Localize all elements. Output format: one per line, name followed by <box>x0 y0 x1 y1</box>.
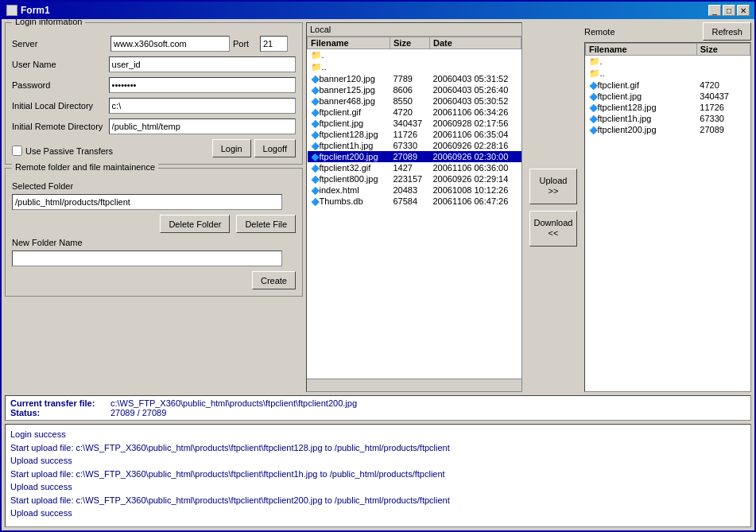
file-size-cell <box>390 61 430 73</box>
selected-folder-input[interactable] <box>12 194 282 210</box>
middle-panel: Local Filename Size Date 📁.� <box>306 22 522 392</box>
file-icon: 🔷 <box>311 76 320 83</box>
table-row[interactable]: 🔷banner468.jpg855020060403 05:30:52 <box>308 95 521 107</box>
minimize-button[interactable]: _ <box>708 5 721 16</box>
table-row[interactable]: 🔷ftpclient200.jpg2708920060926 02:30:00 <box>308 151 521 162</box>
remote-col-size: Size <box>696 44 750 56</box>
table-row[interactable]: 🔷ftpclient32.gif142720061106 06:36:00 <box>308 162 521 173</box>
table-row[interactable]: 🔷ftpclient.gif4720 <box>586 80 750 91</box>
initial-remote-input[interactable] <box>109 118 296 134</box>
login-button[interactable]: Login <box>212 139 251 157</box>
folder-icon: 📁 <box>589 56 600 66</box>
log-line: Upload success <box>10 454 746 468</box>
file-icon: 🔷 <box>311 142 320 150</box>
file-date-cell: 20060403 05:26:40 <box>430 84 521 95</box>
file-icon: 🔷 <box>589 126 598 134</box>
refresh-button[interactable]: Refresh <box>703 22 751 41</box>
table-row[interactable]: 🔷ftpclient200.jpg27089 <box>586 124 750 135</box>
file-icon: 🔷 <box>311 187 320 195</box>
download-button[interactable]: Download << <box>529 211 577 247</box>
table-row[interactable]: 📁.. <box>308 61 521 73</box>
file-size-cell: 223157 <box>390 173 430 184</box>
table-row[interactable]: 🔷index.html2048320061008 10:12:26 <box>308 184 521 196</box>
local-file-tbody: 📁.📁..🔷banner120.jpg778920060403 05:31:52… <box>308 49 521 208</box>
file-size-cell <box>696 56 750 68</box>
file-date-cell: 20060928 02:17:56 <box>430 118 521 129</box>
title-bar: Form1 _ □ ✕ <box>2 2 754 19</box>
window-body: Login information Server Port User Name … <box>2 19 754 530</box>
file-size-cell: 27089 <box>390 151 430 162</box>
file-icon: 🔷 <box>311 87 320 95</box>
file-name-cell: 🔷ftpclient.gif <box>586 80 697 91</box>
initial-remote-label: Initial Remote Directory <box>12 122 106 131</box>
upload-button[interactable]: Upload >> <box>529 169 577 204</box>
folder-icon: 📁 <box>311 62 322 72</box>
file-date-cell: 20061106 06:34:26 <box>430 107 521 118</box>
table-row[interactable]: 📁. <box>586 56 750 68</box>
table-row[interactable]: 🔷ftpclient.jpg34043720060928 02:17:56 <box>308 118 521 129</box>
local-scrollbar-h[interactable] <box>307 379 521 391</box>
folder-icon: 📁 <box>311 50 322 60</box>
remote-file-panel[interactable]: Filename Size 📁.📁..🔷ftpclient.gif4720🔷ft… <box>584 42 751 392</box>
file-size-cell: 67330 <box>390 140 430 151</box>
file-date-cell: 20061106 06:47:26 <box>430 196 521 207</box>
table-row[interactable]: 📁. <box>308 49 521 62</box>
file-name-cell: 🔷ftpclient800.jpg <box>308 173 390 184</box>
username-input[interactable] <box>109 56 296 72</box>
file-icon: 🔷 <box>311 109 320 117</box>
file-name-cell: 🔷index.html <box>308 184 390 196</box>
table-row[interactable]: 📁.. <box>586 68 750 80</box>
remote-header: Remote Refresh <box>584 22 751 41</box>
delete-file-button[interactable]: Delete File <box>236 215 296 233</box>
delete-folder-button[interactable]: Delete Folder <box>160 215 230 233</box>
remote-panel-title: Remote <box>584 27 615 37</box>
file-name-cell: 🔷ftpclient200.jpg <box>308 151 390 162</box>
title-bar-text: Form1 <box>6 5 50 16</box>
file-size-cell: 20483 <box>390 184 430 196</box>
table-row[interactable]: 🔷Thumbs.db6758420061106 06:47:26 <box>308 196 521 207</box>
local-panel-title: Local <box>307 23 521 37</box>
file-name-cell: 🔷ftpclient.jpg <box>308 118 390 129</box>
table-row[interactable]: 🔷ftpclient800.jpg22315720060926 02:29:14 <box>308 173 521 184</box>
file-name-cell: 📁. <box>308 49 390 62</box>
create-button[interactable]: Create <box>252 271 296 289</box>
table-row[interactable]: 🔷ftpclient128.jpg11726 <box>586 102 750 113</box>
remote-folder-title: Remote folder and file maintainence <box>12 162 158 172</box>
remote-folder-group: Remote folder and file maintainence Sele… <box>5 168 303 297</box>
password-label: Password <box>12 80 106 90</box>
maximize-button[interactable]: □ <box>723 5 735 16</box>
new-folder-input-row <box>12 250 296 266</box>
table-row[interactable]: 🔷banner125.jpg860620060403 05:26:40 <box>308 84 521 95</box>
password-input[interactable] <box>109 77 296 93</box>
initial-remote-row: Initial Remote Directory <box>12 118 296 134</box>
table-row[interactable]: 🔷ftpclient1h.jpg67330 <box>586 113 750 124</box>
local-file-table-scroll[interactable]: Filename Size Date 📁.📁..🔷banner120.jpg77… <box>307 37 521 379</box>
passive-checkbox[interactable] <box>12 146 22 156</box>
table-row[interactable]: 🔷ftpclient.gif472020061106 06:34:26 <box>308 107 521 118</box>
file-date-cell: 20060926 02:30:00 <box>430 151 521 162</box>
table-row[interactable]: 🔷ftpclient1h.jpg6733020060926 02:28:16 <box>308 140 521 151</box>
current-file-label: Current transfer file: <box>10 398 106 408</box>
create-button-row: Create <box>12 271 296 289</box>
file-size-cell: 7789 <box>390 73 430 84</box>
table-row[interactable]: 🔷banner120.jpg778920060403 05:31:52 <box>308 73 521 84</box>
local-col-filename: Filename <box>308 37 390 49</box>
new-folder-input[interactable] <box>12 250 282 266</box>
status-value: 27089 / 27089 <box>110 408 166 417</box>
initial-local-input[interactable] <box>109 98 296 114</box>
table-row[interactable]: 🔷ftpclient128.jpg1172620061106 06:35:04 <box>308 129 521 140</box>
status-row: Status: 27089 / 27089 <box>10 408 746 417</box>
table-row[interactable]: 🔷ftpclient.jpg340437 <box>586 91 750 102</box>
server-input[interactable] <box>110 36 230 52</box>
login-group-title: Login information <box>12 19 85 26</box>
folder-buttons: Delete Folder Delete File <box>12 215 296 233</box>
selected-folder-input-row <box>12 194 296 210</box>
status-label: Status: <box>10 408 106 417</box>
log-line: Upload success <box>10 507 746 520</box>
local-table-header: Filename Size Date <box>308 37 521 49</box>
close-button[interactable]: ✕ <box>737 5 750 16</box>
passive-checkbox-row: Use Passive Transfers <box>12 146 113 156</box>
logoff-button[interactable]: Logoff <box>254 139 296 157</box>
file-date-cell: 20060926 02:28:16 <box>430 140 521 151</box>
port-input[interactable] <box>260 36 288 52</box>
